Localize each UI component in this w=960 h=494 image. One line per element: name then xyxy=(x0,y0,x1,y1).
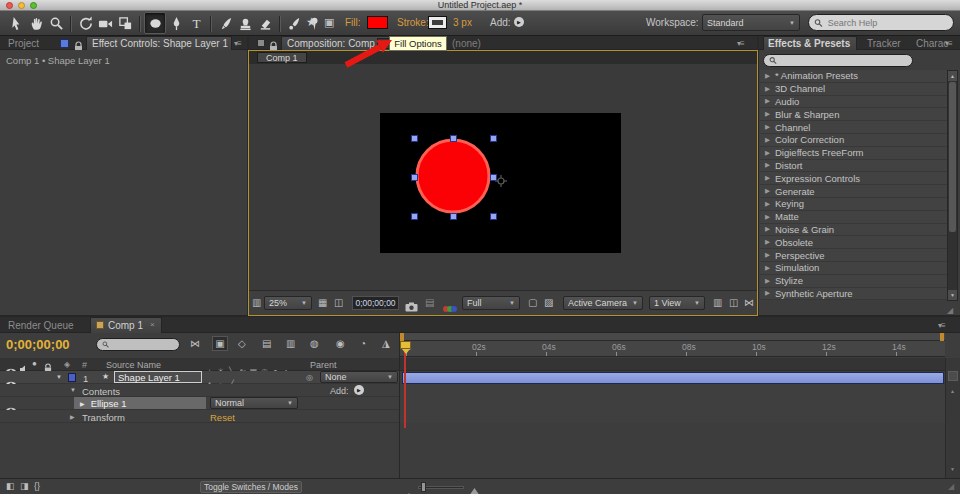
effects-category-row[interactable]: ▶Digieffects FreeForm xyxy=(760,147,947,160)
rotation-tool-button[interactable] xyxy=(75,13,95,33)
brush-tool-button[interactable] xyxy=(215,13,235,33)
effects-category-row[interactable]: ▶Obsolete xyxy=(760,236,947,249)
timeline-search-input[interactable] xyxy=(112,339,174,351)
window-resize-grip-icon[interactable]: ◢ xyxy=(948,482,954,491)
parent-pickwhip-icon[interactable]: ◎ xyxy=(306,373,313,382)
show-snapshot-icon[interactable]: ▤ xyxy=(425,297,434,308)
selection-handle[interactable] xyxy=(490,135,497,142)
workspace-dropdown[interactable]: Standard▼ xyxy=(702,14,800,31)
effects-category-row[interactable]: ▶Perspective xyxy=(760,249,947,262)
camera-tool-button[interactable] xyxy=(95,13,115,33)
time-ruler[interactable]: 0s02s04s06s08s10s12s14s xyxy=(400,341,945,357)
view-layout-dropdown[interactable]: 1 View▼ xyxy=(649,296,705,310)
selection-handle[interactable] xyxy=(411,135,418,142)
work-area-bar[interactable] xyxy=(400,333,945,341)
selection-tool-button[interactable] xyxy=(6,13,26,33)
grid-guides-icon[interactable]: ▦ xyxy=(318,297,327,308)
playhead-pointer[interactable] xyxy=(402,349,410,354)
timeline-zoom-slider-thumb[interactable] xyxy=(421,482,426,492)
scroll-up-icon[interactable]: ▲ xyxy=(950,388,955,394)
scroll-up-icon[interactable]: ▲ xyxy=(948,71,957,81)
disclosure-triangle-icon[interactable]: ▶ xyxy=(765,110,770,118)
shape-ellipse-tool-button[interactable] xyxy=(144,12,166,34)
ellipse-shape[interactable] xyxy=(380,113,621,253)
disclosure-triangle-icon[interactable]: ▶ xyxy=(765,149,770,157)
effects-category-row[interactable]: ▶3D Channel xyxy=(760,83,947,96)
add-shape-attribute-icon[interactable]: ▶ xyxy=(354,385,364,395)
effects-category-row[interactable]: ▶Simulation xyxy=(760,262,947,275)
disclosure-triangle-icon[interactable]: ▶ xyxy=(765,187,770,195)
blend-mode-dropdown[interactable]: Normal▼ xyxy=(210,397,298,409)
comp-flowchart-icon[interactable]: ◫ xyxy=(729,297,738,308)
transform-row[interactable]: ▶ Transform Reset xyxy=(0,410,400,423)
safe-zones-icon[interactable]: ◫ xyxy=(334,297,343,308)
parent-column[interactable]: Parent xyxy=(310,360,337,370)
selection-handle[interactable] xyxy=(450,135,457,142)
work-area-end-handle[interactable] xyxy=(940,333,944,341)
effects-category-row[interactable]: ▶Channel xyxy=(760,121,947,134)
effects-category-row[interactable]: ▶Stylize xyxy=(760,275,947,288)
disclosure-triangle-icon[interactable]: ▶ xyxy=(765,277,770,285)
contents-row[interactable]: ▼ Contents Add: ▶ xyxy=(0,384,400,397)
parent-dropdown[interactable]: None▼ xyxy=(320,371,398,383)
comp-name-button[interactable]: Comp 1 xyxy=(257,52,307,63)
graph-editor-icon[interactable]: ◮ xyxy=(382,338,390,349)
disclosure-triangle-icon[interactable]: ▶ xyxy=(765,289,770,297)
frame-blending-icon[interactable]: ▥ xyxy=(286,338,295,349)
timeline-button-icon[interactable]: ▥ xyxy=(713,297,722,308)
zoom-out-mountain-icon[interactable] xyxy=(405,484,413,494)
comp-marker-bin-icon[interactable] xyxy=(948,371,958,381)
disclosure-triangle-icon[interactable]: ▶ xyxy=(765,123,770,131)
star-favorites-icon[interactable]: ★ xyxy=(306,15,317,29)
selection-handle[interactable] xyxy=(490,213,497,220)
tab-character[interactable]: Charac xyxy=(916,38,948,49)
hand-tool-button[interactable] xyxy=(26,13,46,33)
live-update-icon[interactable]: ▣ xyxy=(212,336,228,351)
stroke-width-value[interactable]: 3 px xyxy=(453,17,472,28)
expand-transform-icon[interactable]: ▶ xyxy=(70,413,75,420)
effects-category-row[interactable]: ▶Synthetic Aperture xyxy=(760,288,947,301)
solo-icon[interactable]: ● xyxy=(32,359,37,368)
auto-keyframe-icon[interactable]: ◔ xyxy=(360,338,366,349)
transform-reset-link[interactable]: Reset xyxy=(210,412,235,423)
panel-resize-grip-icon[interactable]: ◢ xyxy=(947,306,953,315)
fill-color-swatch[interactable] xyxy=(367,16,388,29)
scroll-down-icon[interactable]: ▼ xyxy=(950,466,955,472)
clone-stamp-tool-button[interactable] xyxy=(235,13,255,33)
comp-timecode[interactable]: 0;00;00;00 xyxy=(352,296,399,310)
add-shape-attribute-icon[interactable]: ▶ xyxy=(514,17,524,27)
stroke-label[interactable]: Stroke: xyxy=(397,17,429,28)
disclosure-triangle-icon[interactable]: ▶ xyxy=(765,200,770,208)
disclosure-triangle-icon[interactable]: ▶ xyxy=(765,251,770,259)
ellipse-group-selected[interactable]: ▶ Ellipse 1 xyxy=(74,397,206,409)
fill-label[interactable]: Fill: xyxy=(345,17,361,28)
effects-category-row[interactable]: ▶Generate xyxy=(760,185,947,198)
close-tab-icon[interactable]: × xyxy=(150,320,155,329)
panel-menu-icon[interactable]: ▾≡ xyxy=(945,39,952,48)
disclosure-triangle-icon[interactable]: ▶ xyxy=(765,97,770,105)
workspace-switch-icon[interactable]: ▣ xyxy=(324,16,334,29)
tab-project[interactable]: Project xyxy=(8,38,39,49)
expand-layer-switches-pane-icon[interactable]: ◧ xyxy=(6,481,15,491)
effects-category-row[interactable]: ▶Blur & Sharpen xyxy=(760,108,947,121)
label-column-icon[interactable]: ◈ xyxy=(64,360,70,369)
effects-search-input[interactable] xyxy=(780,55,907,67)
effects-scrollbar[interactable]: ▲ ▼ xyxy=(947,70,958,301)
layer-color-swatch[interactable] xyxy=(68,373,76,382)
comp-mini-flowchart-icon[interactable]: ⋈ xyxy=(190,338,200,349)
stroke-color-swatch[interactable] xyxy=(428,16,447,29)
roto-brush-tool-button[interactable] xyxy=(284,13,304,33)
disclosure-triangle-icon[interactable]: ▶ xyxy=(765,238,770,246)
help-search-input[interactable] xyxy=(826,17,948,29)
layer-row-shape-layer[interactable]: ▼ 1 ★ Shape Layer 1 *◦╱ ◎ None▼ xyxy=(0,371,400,384)
tab-layer-none[interactable]: (none) xyxy=(452,38,481,49)
zoom-tool-button[interactable] xyxy=(46,13,66,33)
panel-menu-icon[interactable]: ▾≡ xyxy=(737,39,744,48)
scroll-down-icon[interactable]: ▼ xyxy=(948,290,957,300)
effects-category-row[interactable]: ▶Audio xyxy=(760,96,947,109)
disclosure-triangle-icon[interactable]: ▶ xyxy=(765,264,770,272)
expand-layer-icon[interactable]: ▼ xyxy=(56,374,62,380)
effects-category-row[interactable]: ▶Distort xyxy=(760,160,947,173)
motion-blur-icon[interactable]: ◍ xyxy=(310,338,319,349)
playhead-handle[interactable] xyxy=(400,341,411,349)
